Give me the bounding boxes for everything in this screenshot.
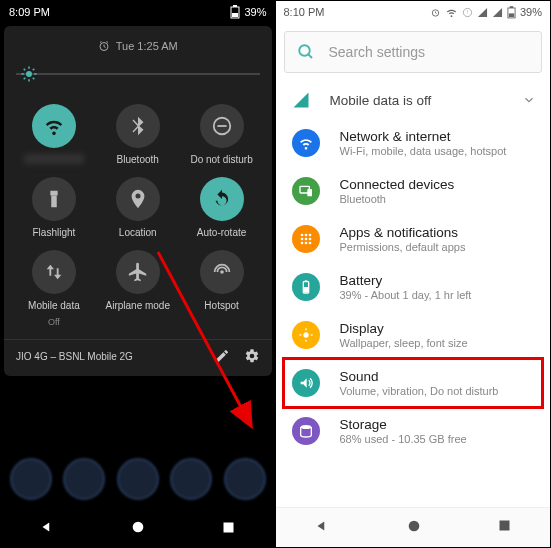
recents-button[interactable]: [497, 518, 512, 537]
airplane-icon: [116, 250, 160, 294]
brightness-icon[interactable]: [20, 65, 38, 83]
setting-item-sound[interactable]: SoundVolume, vibration, Do not disturb: [276, 359, 551, 407]
navbar-dark: [1, 507, 275, 547]
svg-rect-1: [233, 5, 237, 7]
setting-title: Apps & notifications: [340, 225, 466, 240]
dock-app[interactable]: [117, 458, 159, 500]
setting-subtitle: 68% used - 10.35 GB free: [340, 433, 467, 445]
qs-tile-label: Mobile data: [28, 300, 80, 311]
setting-item-devices[interactable]: Connected devicesBluetooth: [276, 167, 551, 215]
slider-track: [16, 73, 260, 75]
recents-button[interactable]: [218, 516, 240, 538]
dock-app[interactable]: [10, 458, 52, 500]
setting-item-battery[interactable]: Battery39% - About 1 day, 1 hr left: [276, 263, 551, 311]
back-button[interactable]: [36, 516, 58, 538]
qs-tile-bluetooth[interactable]: Bluetooth: [96, 104, 180, 165]
dock-app[interactable]: [170, 458, 212, 500]
svg-point-27: [299, 45, 310, 56]
home-button[interactable]: [127, 516, 149, 538]
brightness-slider[interactable]: [16, 62, 260, 86]
qs-tile-label: Airplane mode: [106, 300, 170, 311]
signal-icon: [477, 7, 488, 18]
qs-tile-wifi[interactable]: [12, 104, 96, 165]
no-sim-icon: !: [462, 7, 473, 18]
quick-settings-screenshot: 8:09 PM 39% Tue 1:25 AM BluetoothDo not …: [1, 1, 276, 547]
svg-line-12: [33, 69, 35, 71]
setting-title: Battery: [340, 273, 472, 288]
wifi-icon: [292, 129, 320, 157]
search-placeholder: Search settings: [329, 44, 426, 60]
setting-item-apps[interactable]: Apps & notificationsPermissions, default…: [276, 215, 551, 263]
suggestion-mobile-data-off[interactable]: Mobile data is off: [276, 81, 551, 119]
svg-rect-41: [304, 280, 307, 281]
qs-tile-dnd[interactable]: Do not disturb: [180, 104, 264, 165]
alarm-row[interactable]: Tue 1:25 AM: [4, 40, 272, 52]
dock-app[interactable]: [224, 458, 266, 500]
svg-point-34: [300, 238, 303, 241]
status-bar-left: 8:09 PM 39%: [1, 1, 275, 23]
back-button[interactable]: [313, 517, 331, 539]
svg-rect-30: [307, 189, 312, 196]
display-icon: [292, 321, 320, 349]
qs-tile-flashlight[interactable]: Flashlight: [12, 177, 96, 238]
battery-pct: 39%: [520, 6, 542, 18]
dock-app[interactable]: [63, 458, 105, 500]
svg-point-17: [220, 270, 224, 274]
qs-tile-airplane[interactable]: Airplane mode: [96, 250, 180, 327]
sound-icon: [292, 369, 320, 397]
edit-icon[interactable]: [214, 348, 230, 364]
svg-point-43: [303, 332, 308, 337]
setting-subtitle: 39% - About 1 day, 1 hr left: [340, 289, 472, 301]
dnd-icon: [200, 104, 244, 148]
svg-rect-26: [509, 13, 514, 17]
settings-list: Network & internetWi‑Fi, mobile, data us…: [276, 119, 551, 455]
qs-tile-label: Do not disturb: [190, 154, 252, 165]
apps-icon: [292, 225, 320, 253]
status-time: 8:09 PM: [9, 6, 50, 18]
setting-title: Connected devices: [340, 177, 455, 192]
svg-rect-42: [304, 287, 308, 292]
devices-icon: [292, 177, 320, 205]
svg-point-49: [409, 520, 420, 531]
setting-subtitle: Wallpaper, sleep, font size: [340, 337, 468, 349]
qs-tile-grid: BluetoothDo not disturbFlashlightLocatio…: [4, 104, 272, 335]
setting-subtitle: Volume, vibration, Do not disturb: [340, 385, 499, 397]
svg-rect-25: [510, 6, 514, 8]
setting-item-display[interactable]: DisplayWallpaper, sleep, font size: [276, 311, 551, 359]
search-settings[interactable]: Search settings: [284, 31, 543, 73]
setting-title: Sound: [340, 369, 499, 384]
setting-title: Network & internet: [340, 129, 507, 144]
wifi-icon: [32, 104, 76, 148]
svg-rect-15: [50, 191, 57, 196]
wifi-icon: [445, 7, 458, 18]
status-time: 8:10 PM: [284, 6, 325, 18]
status-bar-right: 8:10 PM ! 39%: [276, 1, 551, 23]
qs-tile-rotate[interactable]: Auto-rotate: [180, 177, 264, 238]
qs-tile-location[interactable]: Location: [96, 177, 180, 238]
settings-screenshot: 8:10 PM ! 39% Search settings Mobile dat…: [276, 1, 551, 547]
hotspot-icon: [200, 250, 244, 294]
rotate-icon: [200, 177, 244, 221]
svg-point-31: [300, 234, 303, 237]
storage-icon: [292, 417, 320, 445]
battery-icon: [292, 273, 320, 301]
svg-line-9: [24, 69, 26, 71]
svg-rect-2: [232, 13, 238, 17]
setting-item-wifi[interactable]: Network & internetWi‑Fi, mobile, data us…: [276, 119, 551, 167]
qs-footer: JIO 4G – BSNL Mobile 2G: [4, 339, 272, 372]
qs-tile-label: Auto-rotate: [197, 227, 246, 238]
svg-point-36: [308, 238, 311, 241]
svg-rect-19: [224, 522, 234, 532]
setting-item-storage[interactable]: Storage68% used - 10.35 GB free: [276, 407, 551, 455]
qs-tile-label: Flashlight: [33, 227, 76, 238]
setting-title: Storage: [340, 417, 467, 432]
home-button[interactable]: [406, 518, 422, 538]
gear-icon[interactable]: [244, 348, 260, 364]
qs-tile-mobiledata[interactable]: Mobile dataOff: [12, 250, 96, 327]
navbar-light: [276, 507, 551, 547]
svg-point-38: [304, 242, 307, 245]
alarm-icon: [430, 7, 441, 18]
qs-tile-hotspot[interactable]: Hotspot: [180, 250, 264, 327]
qs-tile-sublabel: Off: [48, 317, 60, 327]
mobiledata-icon: [32, 250, 76, 294]
